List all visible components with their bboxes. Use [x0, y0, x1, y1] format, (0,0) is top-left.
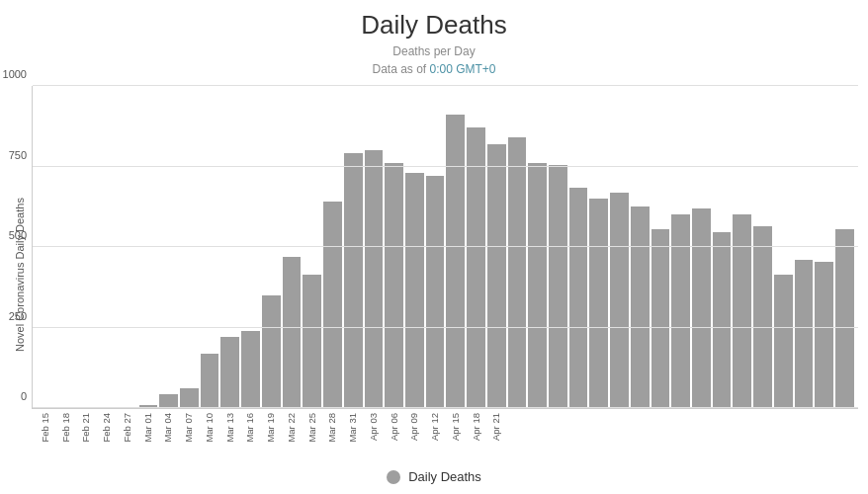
- bar: [180, 388, 199, 408]
- x-tick-label: Apr 21: [490, 413, 501, 441]
- bar: [753, 226, 772, 408]
- bar: [385, 163, 403, 408]
- y-tick-label: 1000: [0, 68, 27, 80]
- x-tick: Mar 25: [303, 413, 321, 443]
- x-tick: Apr 06: [385, 413, 403, 441]
- x-tick: Mar 04: [159, 413, 178, 443]
- x-tick-label: Apr 18: [471, 413, 481, 441]
- bar: [487, 144, 506, 408]
- x-tick-label: Mar 01: [142, 413, 153, 443]
- x-tick-label: Feb 27: [122, 413, 132, 443]
- bar: [220, 337, 239, 408]
- bar: [344, 153, 363, 408]
- x-tick-label: Mar 31: [347, 413, 358, 443]
- bar: [528, 163, 547, 408]
- bar: [405, 173, 424, 408]
- y-tick-label: 500: [0, 229, 27, 241]
- bar: [201, 354, 219, 408]
- bar: [323, 202, 342, 408]
- bar: [262, 295, 281, 408]
- bar: [589, 199, 608, 408]
- x-tick: Feb 18: [56, 413, 75, 443]
- chart-title: Daily Deaths: [361, 10, 506, 41]
- x-tick-label: Apr 06: [389, 413, 399, 441]
- x-tick: Feb 24: [97, 413, 116, 443]
- x-tick: Apr 21: [487, 413, 506, 441]
- chart-area: Novel Coronavirus Daily Deaths 100075050…: [10, 86, 858, 463]
- subtitle-line2-value: 0:00 GMT+0: [430, 62, 496, 76]
- x-tick: Mar 01: [138, 413, 157, 443]
- bar: [774, 275, 793, 408]
- x-tick-label: Apr 03: [368, 413, 379, 441]
- subtitle-line2-prefix: Data as of: [372, 62, 429, 76]
- x-tick: Mar 07: [179, 413, 198, 443]
- x-tick: Feb 27: [118, 413, 136, 443]
- y-tick-label: 0: [0, 390, 27, 402]
- bar: [303, 275, 321, 408]
- x-tick-label: Mar 22: [286, 413, 297, 443]
- x-axis: Feb 15Feb 18Feb 21Feb 24Feb 27Mar 01Mar …: [32, 409, 858, 463]
- x-tick: Mar 10: [200, 413, 218, 443]
- legend: Daily Deaths: [387, 469, 481, 484]
- bar: [569, 188, 588, 408]
- x-tick: Apr 15: [446, 413, 465, 441]
- bars-container: [33, 86, 858, 408]
- subtitle-line1: Deaths per Day: [392, 44, 475, 58]
- bar: [365, 150, 384, 408]
- bar: [549, 165, 567, 408]
- x-tick-label: Mar 25: [306, 413, 317, 443]
- x-tick: Feb 15: [36, 413, 54, 443]
- plot-area: 10007505002500: [32, 86, 858, 409]
- bar: [508, 137, 527, 408]
- bar: [795, 260, 814, 408]
- x-tick-label: Mar 28: [326, 413, 337, 443]
- bar: [815, 262, 833, 408]
- x-tick-label: Mar 04: [162, 413, 173, 443]
- x-tick: Mar 16: [241, 413, 260, 443]
- legend-dot: [387, 470, 400, 484]
- bar: [467, 127, 485, 408]
- x-tick: Apr 18: [467, 413, 485, 441]
- x-tick-label: Feb 24: [101, 413, 112, 443]
- x-tick: Mar 19: [261, 413, 280, 443]
- x-tick-label: Feb 15: [40, 413, 50, 443]
- legend-label: Daily Deaths: [408, 469, 481, 484]
- x-tick-label: Feb 21: [80, 413, 91, 443]
- x-tick: Mar 31: [343, 413, 362, 443]
- x-tick: Apr 09: [405, 413, 424, 441]
- x-tick-label: Mar 07: [183, 413, 194, 443]
- chart-subtitle: Deaths per Day Data as of 0:00 GMT+0: [372, 42, 495, 78]
- bar: [610, 193, 629, 408]
- x-tick: Feb 21: [77, 413, 96, 443]
- bar: [283, 257, 302, 408]
- x-tick: Mar 22: [282, 413, 301, 443]
- bar: [241, 331, 260, 408]
- x-tick-label: Mar 16: [244, 413, 255, 443]
- x-tick-label: Feb 18: [60, 413, 71, 443]
- bar: [713, 232, 732, 408]
- x-tick-label: Mar 19: [265, 413, 276, 443]
- bar: [446, 115, 465, 408]
- bar: [651, 229, 670, 408]
- bar: [692, 208, 711, 408]
- bar: [631, 206, 650, 408]
- bar: [426, 176, 445, 408]
- y-tick-label: 250: [0, 310, 27, 322]
- bar: [835, 229, 854, 408]
- x-tick: Mar 13: [220, 413, 239, 443]
- x-tick: Mar 28: [323, 413, 342, 443]
- x-tick-label: Apr 15: [450, 413, 461, 441]
- x-tick-label: Apr 09: [408, 413, 419, 441]
- x-tick-label: Apr 12: [429, 413, 440, 441]
- y-axis-label: Novel Coronavirus Daily Deaths: [10, 86, 32, 463]
- x-tick: Apr 12: [425, 413, 444, 441]
- bar: [671, 214, 690, 408]
- y-tick-label: 750: [0, 149, 27, 161]
- chart-container: Daily Deaths Deaths per Day Data as of 0…: [0, 0, 868, 494]
- x-tick-label: Mar 13: [224, 413, 235, 443]
- bar: [733, 214, 751, 408]
- x-tick: Apr 03: [364, 413, 383, 441]
- x-tick-label: Mar 10: [204, 413, 215, 443]
- bar: [159, 394, 178, 408]
